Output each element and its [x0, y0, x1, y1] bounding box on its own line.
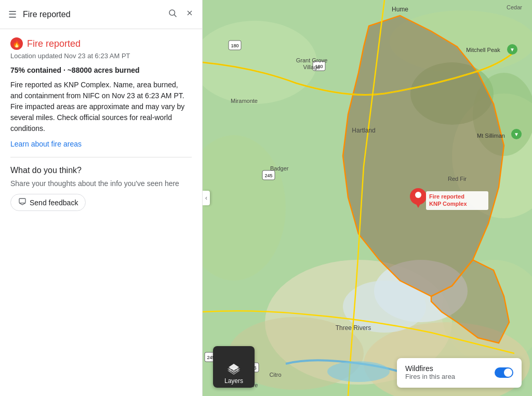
svg-text:180: 180 — [231, 43, 238, 48]
svg-text:Hume: Hume — [392, 6, 408, 13]
fire-description: Fire reported as KNP Complex. Name, area… — [10, 80, 192, 134]
search-icon[interactable] — [166, 6, 179, 22]
location-updated: Location updated Nov 23 at 6:23 AM PT — [10, 52, 192, 60]
wildfires-panel: Wildfires Fires in this area — [397, 358, 522, 388]
svg-text:Mt Silliman: Mt Silliman — [477, 133, 505, 139]
svg-text:245: 245 — [264, 173, 272, 178]
layers-control[interactable]: Layers — [213, 346, 255, 388]
containment-info: 75% contained · ~88000 acres burned — [10, 66, 192, 74]
svg-text:Miramonte: Miramonte — [231, 98, 258, 104]
svg-text:Badger: Badger — [270, 165, 289, 171]
map-svg: 180 180 245 245 216 Hume Cedar Grant Gro… — [203, 0, 532, 396]
svg-text:KNP Complex: KNP Complex — [429, 201, 467, 207]
wildfires-text-group: Wildfires Fires in this area — [405, 364, 455, 380]
chevron-left-icon: ‹ — [205, 194, 207, 202]
svg-line-1 — [174, 15, 176, 17]
map-area[interactable]: 180 180 245 245 216 Hume Cedar Grant Gro… — [203, 0, 532, 396]
wildfires-toggle[interactable] — [495, 367, 513, 378]
close-icon[interactable] — [183, 7, 196, 22]
fire-title-row: Fire reported — [10, 37, 192, 50]
svg-marker-56 — [229, 364, 239, 371]
svg-point-0 — [169, 10, 175, 16]
svg-text:Red Fir: Red Fir — [448, 176, 467, 182]
svg-text:Village: Village — [303, 64, 321, 70]
svg-text:Cedar: Cedar — [507, 4, 522, 10]
svg-rect-4 — [19, 199, 25, 203]
feedback-icon — [18, 197, 26, 207]
layers-thumbnail: Layers — [213, 346, 255, 388]
fire-title: Fire reported — [27, 38, 81, 49]
wildfires-row: Wildfires Fires in this area — [405, 364, 513, 380]
feedback-title: What do you think? — [10, 166, 192, 175]
layers-icon — [228, 363, 240, 375]
learn-link[interactable]: Learn about fire areas — [10, 140, 82, 148]
svg-text:▼: ▼ — [514, 131, 519, 137]
divider — [10, 157, 192, 157]
svg-text:Fire reported: Fire reported — [429, 193, 464, 200]
svg-text:Grant Grove: Grant Grove — [296, 57, 328, 63]
svg-text:Three Rivers: Three Rivers — [336, 324, 371, 332]
svg-point-49 — [415, 192, 421, 198]
menu-icon[interactable]: ☰ — [6, 7, 19, 22]
svg-text:▼: ▼ — [510, 47, 515, 52]
collapse-panel-button[interactable]: ‹ — [203, 191, 210, 205]
search-text: Fire reported — [23, 10, 162, 19]
send-feedback-button[interactable]: Send feedback — [10, 194, 86, 211]
fires-area-text: Fires in this area — [405, 373, 455, 380]
left-panel: ☰ Fire reported Fire reported Location u… — [0, 0, 203, 396]
svg-text:Mitchell Peak: Mitchell Peak — [466, 47, 500, 53]
content-area: Fire reported Location updated Nov 23 at… — [0, 29, 202, 396]
feedback-button-label: Send feedback — [30, 199, 78, 207]
svg-text:Hartland: Hartland — [352, 127, 375, 134]
fire-icon — [10, 37, 23, 50]
layers-label: Layers — [224, 377, 243, 385]
svg-point-22 — [327, 361, 390, 382]
wildfires-title: Wildfires — [405, 364, 455, 373]
feedback-subtitle: Share your thoughts about the info you'v… — [10, 179, 192, 188]
svg-text:Citro: Citro — [269, 372, 281, 378]
search-bar: ☰ Fire reported — [0, 0, 202, 29]
